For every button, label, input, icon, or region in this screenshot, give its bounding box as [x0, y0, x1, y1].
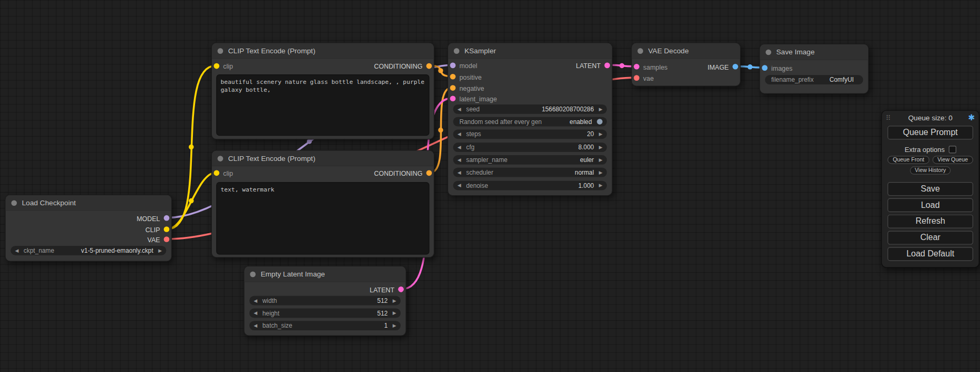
- widget-increment-icon[interactable]: ▶: [599, 168, 603, 177]
- view-queue-button[interactable]: View Queue: [933, 156, 973, 164]
- node-empty-latent-image[interactable]: Empty Latent Image LATENT ◀ width 512 ▶ …: [244, 266, 406, 336]
- widget-increment-icon[interactable]: ▶: [599, 104, 603, 114]
- input-port[interactable]: [634, 75, 639, 81]
- widget-filename-prefix[interactable]: filename_prefix ComfyUI: [765, 75, 863, 84]
- output-slot-conditioning[interactable]: CONDITIONING: [212, 168, 434, 178]
- output-slot-latent[interactable]: LATENT: [245, 284, 406, 294]
- widget-height[interactable]: ◀ height 512 ▶: [249, 309, 401, 318]
- view-history-button[interactable]: View History: [910, 166, 951, 174]
- collapse-dot-icon[interactable]: [250, 272, 256, 278]
- node-graph-canvas[interactable]: Load Checkpoint MODEL CLIP VAE ◀ ckpt_na…: [0, 0, 980, 372]
- widget-width[interactable]: ◀ width 512 ▶: [249, 296, 401, 306]
- widget-cfg[interactable]: ◀ cfg 8.000 ▶: [453, 142, 607, 152]
- input-port[interactable]: [450, 96, 456, 101]
- input-slot-latent-image[interactable]: latent_image: [448, 94, 612, 104]
- output-port[interactable]: [164, 215, 170, 221]
- widget-scheduler[interactable]: ◀ scheduler normal ▶: [453, 168, 607, 177]
- drag-handle-icon[interactable]: ⠿: [886, 111, 891, 125]
- output-port[interactable]: [164, 236, 170, 242]
- node-load-checkpoint[interactable]: Load Checkpoint MODEL CLIP VAE ◀ ckpt_na…: [5, 195, 172, 262]
- collapse-dot-icon[interactable]: [218, 156, 224, 161]
- node-clip-text-encode-negative[interactable]: CLIP Text Encode (Prompt) clip CONDITION…: [211, 150, 434, 258]
- input-slot-images[interactable]: images: [760, 63, 868, 73]
- input-slot-negative[interactable]: negative: [448, 83, 612, 93]
- prompt-textarea[interactable]: text, watermark: [216, 182, 429, 255]
- widget-steps[interactable]: ◀ steps 20 ▶: [453, 129, 607, 139]
- node-save-image[interactable]: Save Image images filename_prefix ComfyU…: [760, 44, 869, 94]
- widget-label: sampler_name: [466, 156, 507, 163]
- widget-decrement-icon[interactable]: ◀: [458, 104, 461, 114]
- widget-denoise[interactable]: ◀ denoise 1.000 ▶: [453, 181, 607, 190]
- output-slot-conditioning[interactable]: CONDITIONING: [212, 61, 434, 71]
- extra-options-checkbox[interactable]: [948, 146, 956, 153]
- toggle-knob-icon[interactable]: [597, 119, 603, 125]
- widget-increment-icon[interactable]: ▶: [599, 155, 603, 165]
- output-slot-clip[interactable]: CLIP: [6, 225, 171, 235]
- refresh-button[interactable]: Refresh: [888, 215, 973, 228]
- collapse-dot-icon[interactable]: [11, 200, 17, 206]
- widget-increment-icon[interactable]: ▶: [599, 181, 603, 190]
- collapse-dot-icon[interactable]: [218, 48, 224, 54]
- prompt-textarea[interactable]: beautiful scenery nature glass bottle la…: [216, 74, 429, 136]
- widget-decrement-icon[interactable]: ◀: [458, 155, 461, 165]
- widget-decrement-icon[interactable]: ◀: [458, 181, 461, 190]
- collapse-dot-icon[interactable]: [454, 48, 460, 54]
- node-title-bar[interactable]: CLIP Text Encode (Prompt): [212, 151, 434, 167]
- widget-decrement-icon[interactable]: ◀: [254, 296, 257, 306]
- slot-label: images: [771, 64, 792, 72]
- widget-decrement-icon[interactable]: ◀: [254, 309, 257, 318]
- widget-ckpt-name[interactable]: ◀ ckpt_name v1-5-pruned-emaonly.ckpt ▶: [11, 246, 166, 255]
- output-slot-model[interactable]: MODEL: [6, 213, 171, 223]
- node-title-bar[interactable]: Empty Latent Image: [245, 266, 406, 282]
- clear-button[interactable]: Clear: [888, 231, 973, 244]
- widget-decrement-icon[interactable]: ◀: [15, 246, 18, 255]
- collapse-dot-icon[interactable]: [765, 50, 771, 55]
- collapse-dot-icon[interactable]: [637, 48, 643, 54]
- settings-gear-icon[interactable]: ✱: [968, 111, 975, 125]
- widget-sampler-name[interactable]: ◀ sampler_name euler ▶: [453, 155, 607, 165]
- link-midpoint-dot: [748, 64, 752, 69]
- widget-random-seed-toggle[interactable]: Random seed after every gen enabled: [453, 117, 607, 127]
- output-port[interactable]: [426, 170, 432, 176]
- node-vae-decode[interactable]: VAE Decode samples vae IMAGE: [631, 43, 740, 87]
- widget-decrement-icon[interactable]: ◀: [458, 142, 461, 152]
- input-port[interactable]: [450, 85, 456, 91]
- slot-label: CONDITIONING: [374, 63, 422, 70]
- output-slot-latent[interactable]: LATENT: [448, 61, 612, 71]
- input-port[interactable]: [762, 65, 768, 71]
- widget-batch-size[interactable]: ◀ batch_size 1 ▶: [249, 321, 401, 330]
- node-title-bar[interactable]: Save Image: [760, 44, 868, 60]
- save-button[interactable]: Save: [888, 182, 973, 196]
- load-default-button[interactable]: Load Default: [888, 247, 973, 261]
- output-slot-vae[interactable]: VAE: [6, 235, 171, 245]
- output-port[interactable]: [164, 226, 170, 232]
- widget-increment-icon[interactable]: ▶: [599, 129, 603, 139]
- node-title: Empty Latent Image: [260, 270, 325, 278]
- widget-decrement-icon[interactable]: ◀: [458, 129, 461, 139]
- node-ksampler[interactable]: KSampler model positive negative latent_…: [448, 43, 613, 196]
- widget-increment-icon[interactable]: ▶: [393, 321, 396, 330]
- widget-increment-icon[interactable]: ▶: [158, 246, 162, 255]
- widget-seed[interactable]: ◀ seed 156680208700286 ▶: [453, 104, 607, 114]
- widget-increment-icon[interactable]: ▶: [393, 309, 396, 318]
- queue-prompt-button[interactable]: Queue Prompt: [888, 126, 973, 139]
- node-title-bar[interactable]: VAE Decode: [632, 43, 740, 59]
- output-slot-image[interactable]: IMAGE: [632, 62, 740, 72]
- output-port[interactable]: [398, 287, 404, 292]
- output-port[interactable]: [426, 63, 432, 69]
- output-port[interactable]: [733, 64, 739, 70]
- widget-increment-icon[interactable]: ▶: [393, 296, 396, 306]
- load-button[interactable]: Load: [888, 198, 973, 212]
- widget-increment-icon[interactable]: ▶: [599, 142, 603, 152]
- node-clip-text-encode-positive[interactable]: CLIP Text Encode (Prompt) clip CONDITION…: [211, 43, 434, 140]
- input-slot-vae[interactable]: vae: [632, 73, 740, 83]
- input-port[interactable]: [450, 74, 456, 80]
- queue-front-button[interactable]: Queue Front: [888, 156, 929, 164]
- node-title-bar[interactable]: CLIP Text Encode (Prompt): [212, 43, 434, 59]
- node-title-bar[interactable]: Load Checkpoint: [6, 195, 171, 211]
- input-slot-positive[interactable]: positive: [448, 72, 612, 82]
- widget-decrement-icon[interactable]: ◀: [254, 321, 257, 330]
- widget-decrement-icon[interactable]: ◀: [458, 168, 461, 177]
- output-port[interactable]: [604, 63, 610, 69]
- node-title-bar[interactable]: KSampler: [448, 43, 612, 59]
